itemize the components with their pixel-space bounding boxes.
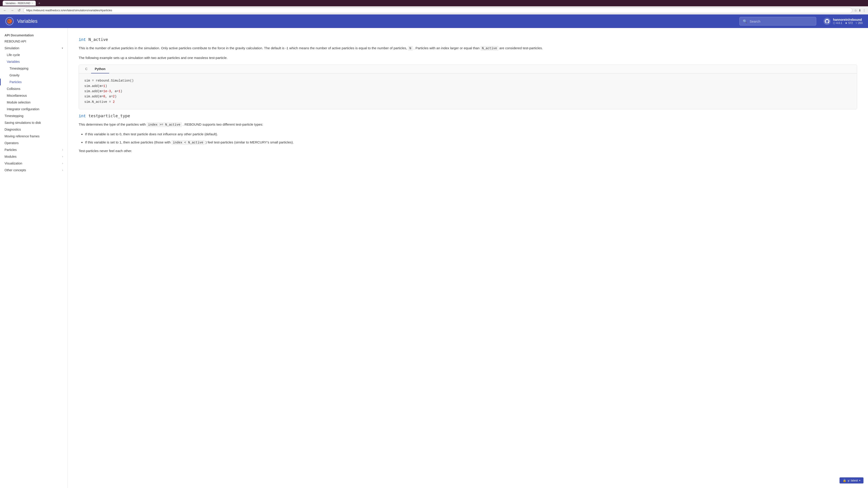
search-placeholder: Search — [749, 20, 761, 23]
browser-toolbar: ← → ↺ ☆ ⬇ ⋮ — [0, 6, 868, 14]
sidebar-item-life-cycle[interactable]: Life cycle — [0, 52, 68, 58]
github-info: hannorein/rebound ⬡ 4.0.1 ★ 572 ⑂ 203 — [824, 18, 863, 25]
sidebar-item-collisions[interactable]: Collisions — [0, 86, 68, 92]
lock-icon: 🔒 — [843, 479, 846, 482]
sidebar-item-gravity-sub[interactable]: Gravity — [0, 72, 68, 78]
var1-example-intro: The following example sets up a simulati… — [79, 55, 857, 61]
code-line-5: sim.N_active = 2 — [84, 99, 851, 104]
stars-stat: ★ 572 — [845, 22, 853, 25]
back-button[interactable]: ← — [2, 8, 8, 13]
sidebar-item-modules[interactable]: Modules › — [0, 153, 68, 160]
search-icon: 🔍 — [743, 19, 747, 24]
forward-button[interactable]: → — [9, 8, 15, 13]
sidebar-item-moving-ref[interactable]: Moving reference frames — [0, 133, 68, 140]
code-line-3: sim.add(m=1e-3, a=1) — [84, 89, 851, 94]
forks-value: 203 — [858, 22, 863, 25]
logo-icon: 🏀 — [7, 19, 12, 24]
site-header: 🏀 Variables 🔍 Search hannorein/rebound ⬡… — [0, 14, 868, 28]
var1-keyword: int — [79, 37, 86, 42]
browser-action-icons: ☆ ⬇ ⋮ — [854, 8, 866, 12]
menu-icon[interactable]: ⋮ — [863, 8, 866, 12]
list-item-type1: If this variable is set to 1, then activ… — [85, 139, 857, 145]
bookmark-icon[interactable]: ☆ — [854, 8, 857, 12]
forks-stat: ⑂ 203 — [856, 22, 863, 25]
tab-close-button[interactable]: × — [32, 2, 33, 4]
var2-name-text: testparticle_type — [88, 113, 130, 118]
github-logo[interactable] — [824, 18, 831, 25]
sidebar-item-particles-top[interactable]: Particles › — [0, 147, 68, 153]
site-title: Variables — [17, 18, 736, 24]
code-var: sim — [84, 79, 90, 83]
new-tab-button[interactable]: + — [38, 1, 40, 5]
tab-label: Variables - REBOUND — [5, 2, 30, 4]
code-module: rebound — [96, 79, 109, 83]
var-n-active-declaration: int N_active — [79, 37, 857, 42]
sidebar-item-operators[interactable]: Operators — [0, 140, 68, 147]
code-class: Simulation — [111, 79, 130, 83]
var-testparticle-declaration: int testparticle_type — [79, 113, 857, 119]
url-bar[interactable] — [23, 8, 852, 13]
code-example-block: C Python sim = rebound.Simulation() sim.… — [79, 65, 857, 109]
version-badge[interactable]: 🔒 y: latest ▾ — [839, 477, 864, 484]
github-username: hannorein/rebound — [833, 18, 863, 22]
sidebar-item-integrator-config[interactable]: Integrator configuration — [0, 106, 68, 112]
var2-test-particles-note: Test-particles never feel each other. — [79, 148, 857, 154]
sidebar-item-miscellaneous[interactable]: Miscellaneous — [0, 92, 68, 99]
version-icon: ⬡ — [833, 22, 835, 25]
sidebar-item-timestepping-top[interactable]: Timestepping — [0, 112, 68, 119]
star-icon: ★ — [845, 22, 847, 25]
browser-tab[interactable]: Variables - REBOUND × — [3, 1, 36, 6]
sidebar-item-diagnostics[interactable]: Diagnostics — [0, 126, 68, 133]
sidebar-section-api: API Documentation — [0, 32, 68, 38]
sidebar-item-module-selection[interactable]: Module selection — [0, 99, 68, 106]
code-op: = — [92, 79, 96, 83]
code-line-2: sim.add(m=1) — [84, 84, 851, 89]
version-stat: ⬡ 4.0.1 — [833, 22, 842, 25]
sidebar-item-visualization[interactable]: Visualization › — [0, 160, 68, 167]
chevron-down-icon: ▾ — [62, 46, 63, 50]
main-layout: API Documentation REBOUND API Simulation… — [0, 28, 868, 488]
bullet-list-types: If this variable is set to 0, then test … — [79, 131, 857, 145]
search-bar[interactable]: 🔍 Search — [739, 17, 816, 26]
var1-name-text: N_active — [88, 37, 108, 42]
sidebar-item-variables[interactable]: Variables — [0, 58, 68, 65]
sidebar-item-timestepping-sub[interactable]: Timestepping — [0, 65, 68, 72]
chevron-right-icon-other: › — [62, 168, 63, 172]
code-tab-bar: C Python — [79, 65, 857, 73]
chevron-right-icon-modules: › — [62, 155, 63, 158]
sidebar-item-saving-sims[interactable]: Saving simulations to disk — [0, 119, 68, 126]
inline-code-N: N — [408, 46, 412, 51]
fork-icon: ⑂ — [856, 22, 857, 25]
inline-code-index-lt: index < N_active — [172, 140, 205, 145]
tab-python[interactable]: Python — [91, 65, 109, 73]
var2-keyword: int — [79, 114, 86, 119]
list-item-type0: If this variable is set to 0, then test … — [85, 131, 857, 137]
code-line-1: sim = rebound.Simulation() — [84, 78, 851, 83]
version-label: y: latest — [848, 479, 858, 482]
inline-code-index-active: index >= N_active — [147, 123, 182, 127]
stars-value: 572 — [848, 22, 853, 25]
browser-titlebar: Variables - REBOUND × + — [0, 0, 868, 6]
sidebar-item-rebound-api[interactable]: REBOUND API — [0, 38, 68, 45]
chevron-right-icon-particles: › — [62, 148, 63, 151]
main-content: int N_active This is the number of activ… — [68, 28, 868, 488]
var2-description: This determines the type of the particle… — [79, 122, 857, 128]
sidebar-item-simulation[interactable]: Simulation ▾ — [0, 45, 68, 52]
version-dropdown-arrow: ▾ — [859, 479, 860, 482]
download-icon[interactable]: ⬇ — [859, 8, 861, 12]
github-stats: ⬡ 4.0.1 ★ 572 ⑂ 203 — [833, 22, 863, 25]
tab-c[interactable]: C — [82, 65, 91, 73]
chevron-right-icon-vis: › — [62, 162, 63, 165]
sidebar: API Documentation REBOUND API Simulation… — [0, 28, 68, 488]
var1-description: This is the number of active particles i… — [79, 45, 857, 51]
site-logo: 🏀 — [5, 17, 13, 25]
sidebar-item-other-concepts[interactable]: Other concepts › — [0, 167, 68, 173]
inline-code-N-active: N_active — [480, 46, 498, 51]
code-line-4: sim.add(m=0, a=2) — [84, 94, 851, 99]
refresh-button[interactable]: ↺ — [17, 8, 22, 13]
code-block-python: sim = rebound.Simulation() sim.add(m=1) … — [79, 73, 857, 109]
sidebar-item-particles-sub[interactable]: Particles — [0, 78, 68, 86]
version-value: 4.0.1 — [836, 22, 842, 25]
